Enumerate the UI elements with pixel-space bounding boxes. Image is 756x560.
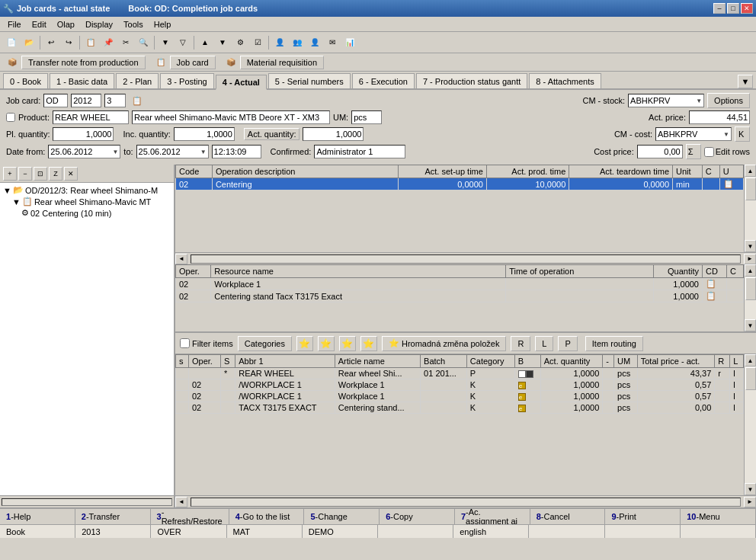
tb-down[interactable]: ▼: [214, 34, 231, 51]
tb-cut[interactable]: ✂: [117, 34, 134, 51]
product-code-input[interactable]: [53, 110, 129, 124]
tb-b3[interactable]: 👤: [306, 34, 323, 51]
r-button[interactable]: R: [511, 336, 530, 351]
status-7-assign[interactable]: 7-Ac. assignment ai: [455, 509, 530, 524]
items-scrollbar[interactable]: ▲ ▼: [744, 354, 756, 495]
status-8-cancel[interactable]: 8-Cancel: [530, 509, 606, 524]
item-routing-button[interactable]: Item routing: [585, 336, 643, 351]
tb-b2[interactable]: 👥: [289, 34, 306, 51]
tb-chart[interactable]: 📊: [341, 34, 358, 51]
tb-undo[interactable]: ↩: [43, 34, 59, 51]
table-row[interactable]: 02 TACX T3175 EXACT Centering stand... K…: [176, 402, 744, 414]
table-row[interactable]: 02 /WORKPLACE 1 Workplace 1 K e 1,0000 p…: [176, 379, 744, 391]
tb-copy[interactable]: 📋: [82, 34, 99, 51]
tree-node-root[interactable]: ▼ 📂 OD/2012/3: Rear wheel Shimano-M: [2, 184, 172, 196]
menu-help[interactable]: Help: [149, 18, 176, 30]
act-quantity-input[interactable]: [303, 127, 364, 141]
product-desc-input[interactable]: [132, 110, 330, 124]
items-scroll-right[interactable]: ►: [744, 497, 756, 507]
tb-new[interactable]: 📄: [3, 34, 20, 51]
tb-b1[interactable]: 👤: [271, 34, 288, 51]
tb-up[interactable]: ▲: [197, 34, 213, 51]
tb-check[interactable]: ☑: [249, 34, 266, 51]
tb-paste[interactable]: 📌: [100, 34, 117, 51]
job-card-num[interactable]: [104, 94, 126, 107]
transfer-note-button[interactable]: Transfer note from production: [21, 56, 146, 69]
close-button[interactable]: ✕: [741, 3, 753, 14]
table-row[interactable]: * REAR WHEEL Rear wheel Shi... 01 201...…: [176, 368, 744, 379]
status-5-change[interactable]: 5-Change: [304, 509, 380, 524]
tb-settings[interactable]: ⚙: [232, 34, 248, 51]
tab-1-basic[interactable]: 1 - Basic data: [50, 73, 114, 88]
filter-items-checkbox[interactable]: [180, 338, 190, 348]
items-sb-down[interactable]: ▼: [745, 483, 756, 495]
h-scroll-track[interactable]: [191, 254, 741, 264]
res-scrollbar[interactable]: ▲ ▼: [744, 264, 756, 331]
um-input[interactable]: [351, 110, 382, 124]
tab-0-book[interactable]: 0 - Book: [3, 73, 48, 88]
p-button[interactable]: P: [558, 336, 577, 351]
status-4-list[interactable]: 4-Go to the list: [229, 509, 305, 524]
sb-up[interactable]: ▲: [745, 165, 756, 177]
maximize-button[interactable]: □: [727, 3, 739, 14]
sb-thumb[interactable]: [745, 178, 756, 200]
options-button[interactable]: Options: [707, 93, 750, 108]
tree-expand-btn[interactable]: Z: [49, 167, 62, 181]
items-icon-btn3[interactable]: ⭐: [339, 336, 356, 351]
job-card-year[interactable]: [71, 94, 101, 107]
tab-more-button[interactable]: ▼: [738, 75, 753, 88]
tb-filter[interactable]: ▼: [157, 34, 174, 51]
tree-collapse-btn[interactable]: ⊡: [34, 167, 47, 181]
items-icon-btn1[interactable]: ⭐: [296, 336, 313, 351]
items-h-scroll[interactable]: ◄ ►: [175, 495, 756, 507]
table-row[interactable]: 02 Centering 0,0000 10,0000 0,0000 min 📋: [176, 178, 744, 190]
cm-cost-dropdown[interactable]: ABHKPRV ▼: [655, 127, 732, 141]
job-card-prefix[interactable]: [43, 94, 68, 107]
scroll-left-btn[interactable]: ◄: [175, 254, 187, 264]
items-icon-btn2[interactable]: ⭐: [318, 336, 335, 351]
time-input[interactable]: [212, 145, 261, 158]
inc-quantity-input[interactable]: [174, 127, 235, 141]
categories-button[interactable]: Categories: [238, 336, 292, 351]
status-6-copy[interactable]: 6-Copy: [380, 509, 455, 524]
res-sb-up[interactable]: ▲: [745, 264, 756, 277]
status-1-help[interactable]: 1-Help: [0, 509, 75, 524]
tb-find[interactable]: 🔍: [135, 34, 152, 51]
bulk-change-button[interactable]: ⭐ Hromadná změna položek: [382, 336, 506, 351]
menu-edit[interactable]: Edit: [27, 18, 51, 30]
material-requisition-button[interactable]: Material requisition: [240, 56, 324, 69]
items-scroll-left[interactable]: ◄: [175, 497, 187, 507]
tree-remove-btn[interactable]: −: [18, 167, 32, 181]
tab-2-plan[interactable]: 2 - Plan: [116, 73, 159, 88]
items-sb-thumb[interactable]: [745, 367, 756, 390]
date-to-dropdown[interactable]: 25.06.2012 ▼: [136, 145, 209, 158]
items-sb-up[interactable]: ▲: [745, 354, 756, 366]
tb-open[interactable]: 📂: [21, 34, 37, 51]
tab-3-posting[interactable]: 3 - Posting: [160, 73, 214, 88]
tb-filter2[interactable]: ▽: [175, 34, 191, 51]
tree-add-btn[interactable]: +: [3, 167, 17, 181]
menu-olap[interactable]: Olap: [53, 18, 79, 30]
tree-node-centering[interactable]: ⚙ 02 Centering (10 min): [20, 207, 172, 219]
tree-node-wheel[interactable]: ▼ 📋 Rear wheel Shimano-Mavic MT: [11, 196, 172, 207]
date-from-dropdown[interactable]: 25.06.2012 ▼: [48, 145, 120, 158]
tb-mail[interactable]: ✉: [324, 34, 341, 51]
tree-scrollbar[interactable]: [0, 495, 174, 507]
cm-stock-dropdown[interactable]: ABHKPRV ▼: [628, 94, 704, 107]
menu-display[interactable]: Display: [81, 18, 117, 30]
sigma-button[interactable]: Σ: [686, 144, 701, 159]
k-button[interactable]: K: [735, 126, 750, 142]
res-sb-thumb[interactable]: [745, 277, 756, 300]
table-row[interactable]: 02 /WORKPLACE 1 Workplace 1 K e 1,0000 p…: [176, 391, 744, 402]
pl-quantity-input[interactable]: [53, 127, 114, 141]
l-button[interactable]: L: [535, 336, 553, 351]
ops-scrollbar[interactable]: ▲ ▼: [744, 165, 756, 252]
status-9-print[interactable]: 9-Print: [605, 509, 681, 524]
items-h-track[interactable]: [191, 498, 741, 507]
res-sb-down[interactable]: ▼: [745, 319, 756, 331]
tb-redo[interactable]: ↪: [60, 34, 77, 51]
sb-down[interactable]: ▼: [745, 240, 756, 252]
cost-price-input[interactable]: [637, 145, 683, 158]
tab-6-execution[interactable]: 6 - Execution: [352, 73, 415, 88]
tab-8-attachments[interactable]: 8 - Attachments: [529, 73, 601, 88]
